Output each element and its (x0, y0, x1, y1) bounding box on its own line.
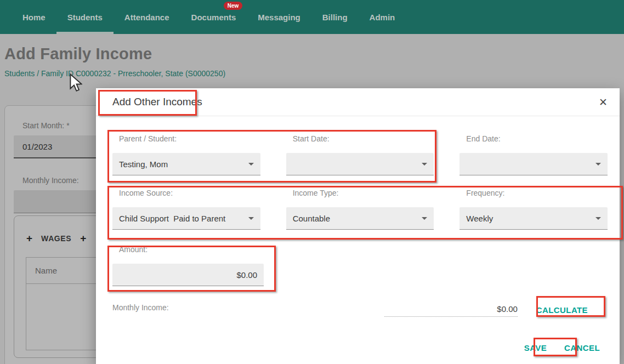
cancel-button[interactable]: CANCEL (562, 340, 602, 356)
nav-item-admin[interactable]: Admin (359, 0, 406, 34)
top-navbar: Home Students Attendance DocumentsNew Me… (0, 0, 624, 34)
frequency-label: Frequency: (466, 189, 608, 200)
dropdown-arrow-icon (422, 217, 427, 220)
amount-group: Amount: $0.00 (112, 245, 264, 286)
parent-student-label: Parent / Student: (119, 134, 260, 145)
nav-item-messaging[interactable]: Messaging (247, 0, 311, 34)
start-date-select[interactable] (286, 153, 434, 175)
start-date-label: Start Date: (293, 134, 434, 145)
nav-item-billing[interactable]: Billing (311, 0, 359, 34)
frequency-group: Frequency: Weekly (460, 189, 608, 230)
monthly-income-row: Monthly Income: $0.00 CALCULATE (112, 298, 608, 317)
dropdown-arrow-icon (595, 217, 601, 220)
amount-input[interactable]: $0.00 (112, 264, 264, 286)
income-type-label: Income Type: (293, 189, 434, 200)
dropdown-arrow-icon (595, 163, 601, 166)
new-badge: New (224, 2, 243, 10)
frequency-select[interactable]: Weekly (460, 207, 608, 230)
amount-label: Amount: (119, 245, 264, 256)
calculate-button[interactable]: CALCULATE (533, 303, 591, 317)
parent-student-select[interactable]: Testing, Mom (112, 153, 260, 175)
nav-item-home[interactable]: Home (12, 0, 56, 34)
income-source-label: Income Source: (119, 189, 260, 200)
end-date-select[interactable] (460, 153, 608, 175)
nav-item-attendance[interactable]: Attendance (114, 0, 180, 34)
parent-student-group: Parent / Student: Testing, Mom (112, 134, 260, 175)
dropdown-arrow-icon (248, 163, 254, 166)
income-source-select[interactable]: Child Support Paid to Parent (112, 207, 260, 230)
modal-title: Add Other Incomes (112, 96, 202, 108)
end-date-group: End Date: (460, 134, 608, 175)
modal-actions: SAVE CANCEL (112, 340, 608, 356)
nav-item-students[interactable]: Students (56, 0, 114, 34)
income-type-select[interactable]: Countable (286, 207, 434, 230)
close-icon[interactable]: ✕ (595, 95, 611, 110)
start-date-group: Start Date: (286, 134, 434, 175)
end-date-label: End Date: (466, 134, 608, 145)
active-tab-underline (56, 32, 114, 34)
monthly-income-value: $0.00 (384, 304, 518, 317)
add-other-incomes-modal: Add Other Incomes ✕ Parent / Student: Te… (96, 88, 620, 364)
income-source-group: Income Source: Child Support Paid to Par… (112, 189, 260, 230)
dropdown-arrow-icon (422, 163, 427, 166)
monthly-income-label: Monthly Income: (112, 303, 169, 312)
save-button[interactable]: SAVE (522, 340, 549, 356)
modal-header: Add Other Incomes ✕ (96, 88, 620, 116)
income-type-group: Income Type: Countable (286, 189, 434, 230)
nav-item-documents[interactable]: DocumentsNew (180, 0, 247, 34)
dropdown-arrow-icon (248, 217, 254, 220)
